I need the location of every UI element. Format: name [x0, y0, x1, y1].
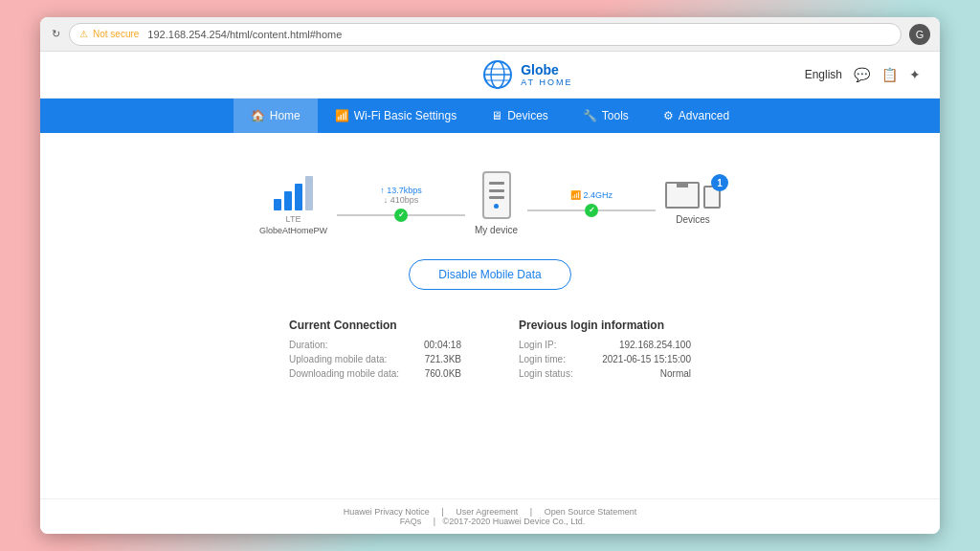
wifi-band-label: 2.4GHz — [570, 190, 612, 200]
devices-status: 1 Devices — [665, 182, 721, 225]
top-right: English 💬 📋 ✦ — [805, 67, 921, 82]
privacy-notice-link[interactable]: Huawei Privacy Notice — [344, 507, 430, 517]
login-status-value: Normal — [660, 368, 691, 379]
router-bar-2 — [489, 189, 504, 192]
duration-value: 00:04:18 — [424, 340, 461, 350]
router-bar-1 — [489, 182, 504, 185]
user-avatar[interactable]: G — [909, 24, 930, 45]
connector-line-dot — [337, 209, 465, 222]
login-status-row: Login status: Normal — [519, 368, 691, 379]
advanced-icon: ⚙ — [663, 109, 674, 122]
signal-bars — [274, 172, 313, 210]
nav-advanced-label: Advanced — [679, 109, 729, 122]
wifi-right-line — [598, 209, 656, 211]
page-content: Globe AT HOME English 💬 📋 ✦ 🏠 Home 📶 Wi-… — [40, 52, 940, 534]
device-count: 1 — [711, 174, 728, 191]
nav-tools[interactable]: 🔧 Tools — [566, 99, 646, 133]
signal-status: LTE GlobeAtHomePW — [259, 172, 327, 235]
logo: Globe AT HOME — [482, 59, 572, 90]
router-bar-3 — [489, 196, 504, 199]
router-icon — [482, 171, 511, 219]
divider-2: | — [530, 507, 532, 517]
nav-bar: 🏠 Home 📶 Wi-Fi Basic Settings 🖥 Devices … — [40, 99, 940, 133]
main-content: LTE GlobeAtHomePW ↑ 13.7kbps ↓ 410bps — [40, 133, 940, 498]
globe-logo-icon — [482, 59, 513, 90]
login-ip-row: Login IP: 192.168.254.100 — [519, 340, 691, 350]
lte-label: LTE — [286, 214, 301, 224]
nav-wifi[interactable]: 📶 Wi-Fi Basic Settings — [318, 99, 474, 133]
browser-controls: ↻ — [50, 29, 61, 40]
footer-links: Huawei Privacy Notice | User Agreement |… — [48, 507, 932, 517]
divider-3: | — [434, 517, 435, 526]
wifi-line-dot — [527, 204, 656, 217]
wifi-left-line — [527, 209, 585, 211]
bar-1 — [274, 199, 281, 210]
speed-info: ↑ 13.7kbps ↓ 410bps — [380, 186, 422, 205]
speed-up: ↑ 13.7kbps — [380, 186, 422, 195]
footer: Huawei Privacy Notice | User Agreement |… — [40, 498, 940, 534]
tools-icon: 🔧 — [583, 109, 597, 122]
settings-icon[interactable]: ✦ — [909, 67, 921, 82]
upload-row: Uploading mobile data: 721.3KB — [289, 354, 461, 364]
connection-dot — [394, 209, 408, 222]
open-source-link[interactable]: Open Source Statement — [545, 507, 637, 517]
devices-label: Devices — [676, 214, 710, 225]
monitor-icon — [665, 182, 700, 209]
address-bar[interactable]: ⚠ Not secure 192.168.254.254/html/conten… — [69, 23, 902, 46]
book-icon[interactable]: 📋 — [881, 67, 898, 82]
faqs-link[interactable]: FAQs — [400, 517, 422, 526]
footer-bottom: FAQs | ©2017-2020 Huawei Device Co., Ltd… — [48, 517, 932, 526]
login-time-row: Login time: 2021-06-15 15:15:00 — [519, 354, 691, 364]
router-dot — [494, 204, 499, 209]
download-value: 760.0KB — [425, 368, 461, 379]
devices-icon: 🖥 — [491, 109, 502, 122]
security-label: Not secure — [93, 29, 139, 39]
previous-login-block: Previous login information Login IP: 192… — [519, 319, 691, 383]
duration-row: Duration: 00:04:18 — [289, 340, 461, 350]
nav-home-label: Home — [270, 109, 301, 122]
wifi-connection-dot — [585, 204, 598, 217]
duration-label: Duration: — [289, 340, 328, 350]
device-label: My device — [475, 225, 518, 235]
previous-login-title: Previous login information — [519, 319, 691, 332]
copyright-text: ©2017-2020 Huawei Device Co., Ltd. — [443, 517, 586, 526]
upload-label: Uploading mobile data: — [289, 354, 387, 364]
language-label: English — [805, 68, 842, 81]
current-connection-title: Current Connection — [289, 319, 461, 332]
login-time-value: 2021-06-15 15:15:00 — [602, 354, 691, 364]
my-device: My device — [475, 171, 518, 235]
bar-4 — [305, 176, 313, 210]
login-time-label: Login time: — [519, 354, 566, 364]
current-connection-block: Current Connection Duration: 00:04:18 Up… — [289, 319, 461, 383]
logo-subtitle: AT HOME — [521, 77, 572, 87]
logo-text: Globe AT HOME — [521, 62, 572, 87]
download-label: Downloading mobile data: — [289, 368, 399, 379]
login-status-label: Login status: — [519, 368, 573, 379]
upload-value: 721.3KB — [425, 354, 461, 364]
disable-mobile-data-button[interactable]: Disable Mobile Data — [409, 259, 570, 290]
info-section: Current Connection Duration: 00:04:18 Up… — [251, 319, 729, 383]
devices-icon-group: 1 — [665, 182, 721, 209]
nav-devices[interactable]: 🖥 Devices — [474, 99, 566, 133]
security-icon: ⚠ — [79, 29, 88, 39]
user-agreement-link[interactable]: User Agreement — [456, 507, 518, 517]
browser-window: ↻ ⚠ Not secure 192.168.254.254/html/cont… — [40, 17, 940, 534]
wifi-connector: 2.4GHz — [518, 190, 665, 217]
nav-tools-label: Tools — [602, 109, 629, 122]
speed-connector: ↑ 13.7kbps ↓ 410bps — [327, 186, 475, 222]
login-ip-label: Login IP: — [519, 340, 556, 350]
browser-reload[interactable]: ↻ — [50, 29, 61, 40]
bar-2 — [284, 191, 292, 210]
nav-advanced[interactable]: ⚙ Advanced — [646, 99, 746, 133]
nav-devices-label: Devices — [507, 109, 548, 122]
home-icon: 🏠 — [251, 109, 265, 122]
download-row: Downloading mobile data: 760.0KB — [289, 368, 461, 379]
address-text: 192.168.254.254/html/content.html#home — [147, 29, 342, 40]
status-section: LTE GlobeAtHomePW ↑ 13.7kbps ↓ 410bps — [59, 171, 921, 235]
right-line — [408, 214, 465, 216]
top-bar: Globe AT HOME English 💬 📋 ✦ — [40, 52, 940, 99]
nav-home[interactable]: 🏠 Home — [234, 99, 318, 133]
chat-icon[interactable]: 💬 — [854, 67, 870, 82]
login-ip-value: 192.168.254.100 — [619, 340, 691, 350]
nav-wifi-label: Wi-Fi Basic Settings — [354, 109, 457, 122]
